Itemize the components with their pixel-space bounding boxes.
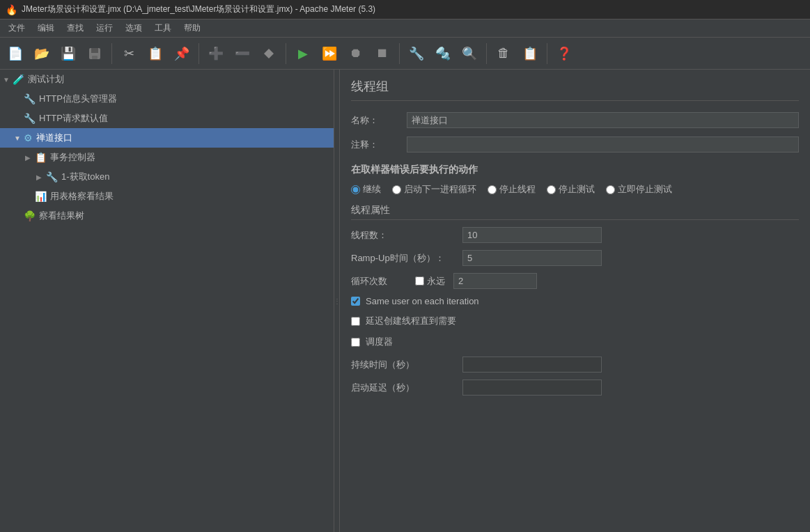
error-action-group: 继续 启动下一进程循环 停止线程 停止测试 立即停止测试 [351,183,799,196]
tree-item-test-plan[interactable]: ▼ 🧪 测试计划 [0,70,334,89]
new-button[interactable]: 📄 [3,41,28,66]
toolbar: 📄 📂 💾 ✂ 📋 📌 ➕ ➖ ▶ ⏩ ⏺ ⏹ 🔧 🔩 🔍 🗑 📋 ❓ [0,38,810,70]
radio-stop-now[interactable]: 立即停止测试 [606,183,672,196]
icon-view-result-tree: 🌳 [24,210,36,221]
copy-button[interactable]: 📋 [143,41,168,66]
save-as-button[interactable] [82,41,107,66]
sep-6 [547,43,547,64]
start-delay-input[interactable] [462,380,602,396]
name-label: 名称： [351,114,407,127]
menu-file[interactable]: 文件 [3,21,31,36]
open-button[interactable]: 📂 [29,41,54,66]
expand-button[interactable]: ➕ [203,41,228,66]
menu-options[interactable]: 选项 [120,21,148,36]
tree-item-zen-interface[interactable]: ▼ ⚙ 禅道接口 [0,128,334,148]
cut-button[interactable]: ✂ [116,41,141,66]
radio-stop-test[interactable]: 停止测试 [547,183,595,196]
tree-item-http-header[interactable]: 🔧 HTTP信息头管理器 [0,89,334,109]
ramp-up-input[interactable] [462,250,602,266]
icon-business-controller: 📋 [35,152,47,163]
ramp-up-label: Ramp-Up时间（秒）： [351,252,462,265]
tree-item-get-token[interactable]: ▶ 🔧 1-获取token [0,167,334,187]
tree-item-view-result-tree[interactable]: 🌳 察看结果树 [0,206,334,226]
help-button[interactable]: ❓ [552,41,577,66]
forever-label: 永远 [427,275,445,288]
toggle-button[interactable] [256,41,281,66]
label-get-token: 1-获取token [61,171,109,183]
arrow-business-controller: ▶ [25,154,35,162]
paste-button[interactable]: 📌 [169,41,194,66]
loop-label: 循环次数 [351,275,407,288]
icon-get-token: 🔧 [46,171,58,182]
delay-creation-row: 延迟创建线程直到需要 [351,315,799,327]
remote-start-button[interactable]: 🔧 [404,41,429,66]
menu-tools[interactable]: 工具 [149,21,177,36]
list-button[interactable]: 📋 [517,41,543,66]
thread-count-label: 线程数： [351,229,462,242]
menu-bar: 文件 编辑 查找 运行 选项 工具 帮助 [0,19,810,38]
duration-input[interactable] [462,357,602,373]
loop-input[interactable] [453,273,537,289]
shutdown-button[interactable]: ⏹ [370,41,395,66]
thread-props-title: 线程属性 [351,204,799,220]
icon-test-plan: 🧪 [13,74,24,85]
comment-row: 注释： [351,136,799,152]
menu-run[interactable]: 运行 [91,21,118,36]
remote-exit-button[interactable]: 🔍 [457,41,482,66]
name-row: 名称： [351,112,799,128]
start-delay-label: 启动延迟（秒） [351,382,462,394]
app-icon: 🔥 [6,4,17,15]
panel-divider[interactable]: ⋮ [334,70,340,532]
label-http-header: HTTP信息头管理器 [39,93,117,105]
collapse-button[interactable]: ➖ [230,41,255,66]
start-button[interactable]: ▶ [290,41,316,66]
radio-continue[interactable]: 继续 [351,183,381,196]
comment-input[interactable] [407,136,799,152]
scheduler-row: 调度器 [351,336,799,348]
clear-button[interactable]: 🗑 [491,41,516,66]
arrow-zen-interface: ▼ [14,134,24,142]
delay-creation-label[interactable]: 延迟创建线程直到需要 [366,315,456,327]
sep-5 [486,43,487,64]
svg-rect-2 [92,56,98,59]
thread-count-row: 线程数： [351,227,799,243]
menu-help[interactable]: 帮助 [178,21,206,36]
loop-inner-row: 循环次数 永远 [351,273,537,289]
same-user-label[interactable]: Same user on each iteration [366,296,479,306]
loop-row: 循环次数 永远 [351,273,799,289]
stop-button[interactable]: ⏺ [343,41,368,66]
thread-count-input[interactable] [462,227,602,243]
same-user-checkbox[interactable] [351,297,360,306]
error-action-title: 在取样器错误后要执行的动作 [351,164,799,176]
radio-stop-thread[interactable]: 停止线程 [488,183,536,196]
start-no-pause-button[interactable]: ⏩ [317,41,342,66]
duration-label: 持续时间（秒） [351,359,462,371]
menu-edit[interactable]: 编辑 [32,21,60,36]
main-area: ▼ 🧪 测试计划 🔧 HTTP信息头管理器 🔧 HTTP请求默认值 ▼ ⚙ 禅道… [0,70,810,532]
tree-item-business-controller[interactable]: ▶ 📋 事务控制器 [0,148,334,167]
scheduler-label[interactable]: 调度器 [366,336,393,348]
right-panel: 线程组 名称： 注释： 在取样器错误后要执行的动作 继续 启动下一进程循环 停止… [340,70,810,532]
forever-checkbox[interactable] [415,276,424,285]
label-business-controller: 事务控制器 [50,151,95,164]
name-input[interactable] [407,112,799,128]
sep-4 [399,43,400,64]
tree-item-http-default[interactable]: 🔧 HTTP请求默认值 [0,109,334,128]
icon-http-default: 🔧 [24,113,36,124]
window-title: JMeter场景设计和设置.jmx (D:\A_jmeter_test\JMet… [22,3,375,15]
forever-check[interactable]: 永远 [415,275,445,288]
label-http-default: HTTP请求默认值 [39,112,108,125]
tree-item-view-table[interactable]: 📊 用表格察看结果 [0,187,334,206]
same-user-row: Same user on each iteration [351,296,799,306]
radio-next-loop[interactable]: 启动下一进程循环 [392,183,476,196]
menu-find[interactable]: 查找 [61,21,89,36]
sep-3 [286,43,286,64]
scheduler-checkbox[interactable] [351,338,360,347]
panel-title: 线程组 [351,78,799,101]
remote-stop-button[interactable]: 🔩 [430,41,455,66]
svg-rect-1 [91,48,98,53]
tree-panel: ▼ 🧪 测试计划 🔧 HTTP信息头管理器 🔧 HTTP请求默认值 ▼ ⚙ 禅道… [0,70,334,532]
delay-creation-checkbox[interactable] [351,317,360,326]
arrow-test-plan: ▼ [3,76,13,84]
save-button[interactable]: 💾 [56,41,81,66]
